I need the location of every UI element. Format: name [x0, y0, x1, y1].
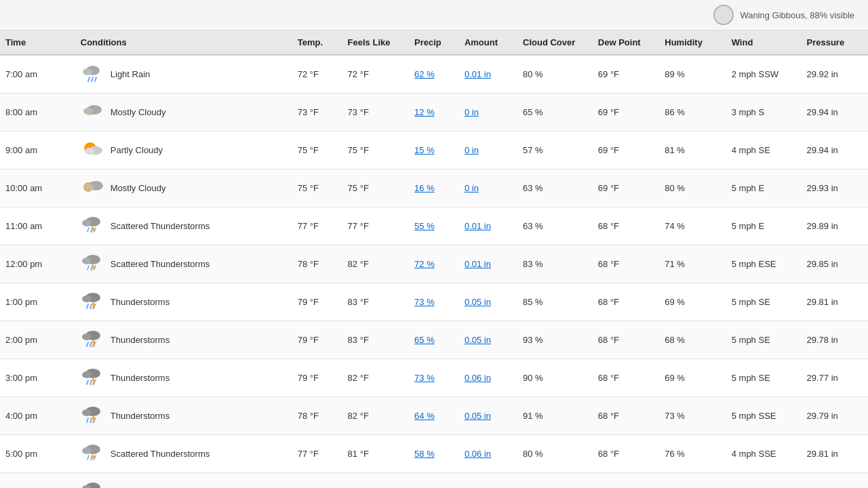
header-amount: Amount: [459, 30, 517, 55]
row-precip[interactable]: 12 %: [409, 94, 459, 131]
row-condition: Scattered Thunderstorms: [75, 245, 292, 283]
row-dew: 69 °F: [593, 131, 659, 169]
row-amount[interactable]: 0 in: [459, 131, 517, 169]
row-amount[interactable]: 0.06 in: [459, 359, 517, 397]
svg-line-36: [90, 342, 92, 346]
row-temp: 79 °F: [292, 359, 342, 397]
svg-point-2: [83, 68, 92, 75]
header-dew: Dew Point: [593, 30, 659, 55]
row-humidity: 69 %: [659, 359, 726, 397]
row-precip[interactable]: 66 %: [409, 473, 459, 489]
row-time: 1:00 pm: [0, 283, 75, 321]
row-wind: 5 mph SE: [726, 321, 802, 359]
row-amount[interactable]: 0 in: [459, 169, 517, 207]
row-time: 7:00 am: [0, 55, 75, 94]
row-wind: 4 mph SSE: [726, 435, 802, 473]
table-row: 12:00 pm Scattered Thunderstorms 78 °F 8…: [0, 245, 868, 283]
row-amount[interactable]: 0.01 in: [459, 55, 517, 94]
weather-icon: [81, 99, 105, 125]
condition-label: Thunderstorms: [111, 297, 170, 307]
row-time: 8:00 am: [0, 94, 75, 131]
row-feels: 77 °F: [342, 207, 409, 245]
row-humidity: 76 %: [659, 435, 726, 473]
moon-section: Waning Gibbous, 88% visible: [713, 4, 854, 26]
row-pressure: 29.92 in: [801, 55, 868, 94]
row-time: 6:00 pm: [0, 473, 75, 489]
svg-line-17: [87, 228, 89, 232]
condition-label: Scattered Thunderstorms: [111, 449, 210, 459]
row-precip[interactable]: 72 %: [409, 245, 459, 283]
row-precip[interactable]: 55 %: [409, 207, 459, 245]
row-wind: 5 mph SE: [726, 283, 802, 321]
row-precip[interactable]: 73 %: [409, 283, 459, 321]
row-cloud: 63 %: [517, 207, 593, 245]
row-wind: 5 mph SE: [726, 359, 802, 397]
row-humidity: 80 %: [659, 473, 726, 489]
row-cloud: 80 %: [517, 55, 593, 94]
row-cloud: 57 %: [517, 131, 593, 169]
row-condition: Mostly Cloudy: [75, 169, 292, 207]
table-row: 1:00 pm Thunderstorms 79 °F 83 °F 73 % 0…: [0, 283, 868, 321]
row-condition: Thunderstorms: [75, 321, 292, 359]
row-precip[interactable]: 15 %: [409, 131, 459, 169]
svg-line-19: [94, 228, 96, 232]
svg-point-46: [82, 409, 92, 416]
row-amount[interactable]: 0.05 in: [459, 321, 517, 359]
row-humidity: 81 %: [659, 131, 726, 169]
row-amount[interactable]: 0.01 in: [459, 207, 517, 245]
header-temp: Temp.: [292, 30, 342, 55]
svg-point-34: [82, 333, 92, 340]
row-time: 11:00 am: [0, 207, 75, 245]
row-humidity: 73 %: [659, 397, 726, 435]
row-amount[interactable]: 0 in: [459, 94, 517, 131]
row-dew: 68 °F: [593, 207, 659, 245]
row-dew: 69 °F: [593, 55, 659, 94]
row-pressure: 29.79 in: [801, 397, 868, 435]
svg-line-47: [87, 418, 88, 422]
header-time: Time: [0, 30, 75, 55]
weather-icon: [81, 479, 105, 488]
row-condition: Scattered Thunderstorms: [75, 435, 292, 473]
row-amount[interactable]: 0.06 in: [459, 473, 517, 489]
weather-icon: [81, 365, 105, 391]
weather-icon: [81, 61, 105, 87]
row-precip[interactable]: 64 %: [409, 397, 459, 435]
row-precip[interactable]: 65 %: [409, 321, 459, 359]
row-cloud: 80 %: [517, 435, 593, 473]
weather-icon: [81, 327, 105, 353]
svg-line-23: [87, 266, 89, 270]
header-cloud: Cloud Cover: [517, 30, 593, 55]
row-pressure: 29.94 in: [801, 131, 868, 169]
row-amount[interactable]: 0.01 in: [459, 245, 517, 283]
table-row: 6:00 pm Thunderstorms 75 °F 77 °F 66 % 0…: [0, 473, 868, 489]
svg-line-53: [87, 455, 89, 460]
row-temp: 79 °F: [292, 283, 342, 321]
row-precip[interactable]: 16 %: [409, 169, 459, 207]
row-time: 4:00 pm: [0, 397, 75, 435]
row-cloud: 63 %: [517, 169, 593, 207]
row-amount[interactable]: 0.05 in: [459, 283, 517, 321]
table-row: 9:00 am Partly Cloudy 75 °F 75 °F 15 % 0…: [0, 131, 868, 169]
row-precip[interactable]: 58 %: [409, 435, 459, 473]
svg-line-48: [90, 418, 92, 422]
header-pressure: Pressure: [801, 30, 868, 55]
row-temp: 77 °F: [292, 207, 342, 245]
table-row: 3:00 pm Thunderstorms 79 °F 82 °F 73 % 0…: [0, 359, 868, 397]
row-condition: Mostly Cloudy: [75, 94, 292, 131]
row-wind: 5 mph E: [726, 169, 802, 207]
table-row: 10:00 am Mostly Cloudy 75 °F 75 °F 16 % …: [0, 169, 868, 207]
row-amount[interactable]: 0.06 in: [459, 435, 517, 473]
table-row: 2:00 pm Thunderstorms 79 °F 83 °F 65 % 0…: [0, 321, 868, 359]
table-row: 7:00 am Light Rain 72 °F 72 °F 62 % 0.01…: [0, 55, 868, 94]
row-dew: 69 °F: [593, 94, 659, 131]
row-precip[interactable]: 62 %: [409, 55, 459, 94]
row-temp: 79 °F: [292, 321, 342, 359]
table-header-row: Time Conditions Temp. Feels Like Precip …: [0, 30, 868, 55]
row-dew: 68 °F: [593, 245, 659, 283]
row-humidity: 74 %: [659, 207, 726, 245]
weather-icon: [81, 213, 105, 239]
row-cloud: 93 %: [517, 321, 593, 359]
row-feels: 75 °F: [342, 169, 409, 207]
row-precip[interactable]: 73 %: [409, 359, 459, 397]
row-amount[interactable]: 0.05 in: [459, 397, 517, 435]
